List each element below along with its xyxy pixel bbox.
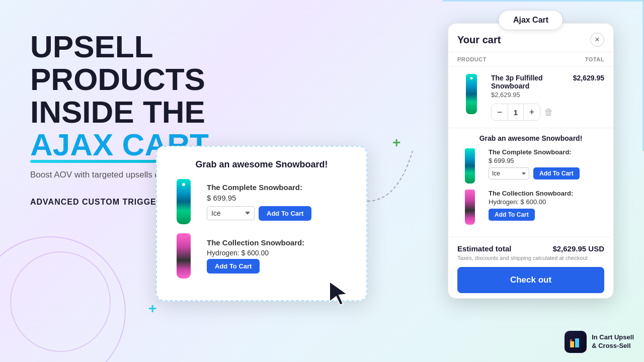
- cart-upsell-item-2: The Collection Snowboard: Hydrogen: $ 60…: [457, 190, 604, 225]
- cart-upsell-item-1-info: The Complete Snowboard: $ 699.95 Ice Hyd…: [489, 148, 604, 179]
- col-total: TOTAL: [585, 56, 604, 62]
- snowboard-pink-icon: [177, 233, 191, 279]
- cart-upsell-img-1: [457, 148, 482, 184]
- cart-upsell-item-1: The Complete Snowboard: $ 699.95 Ice Hyd…: [457, 148, 604, 184]
- ajax-cart-wrapper: Ajax Cart Your cart × PRODUCT TOTAL The …: [448, 10, 614, 306]
- popup-add-to-cart-btn-1[interactable]: Add To Cart: [259, 206, 311, 221]
- ajax-cart-title: Your cart: [457, 34, 501, 46]
- cart-item-img: [457, 74, 485, 114]
- cart-upsell-item-2-name: The Collection Snowboard:: [489, 190, 604, 197]
- bg-circle-2: [10, 251, 111, 352]
- cart-upsell-img-2: [457, 190, 482, 225]
- cart-item-details: The 3p Fulfilled Snowboard $2,629.95 − 1…: [491, 74, 567, 121]
- upsell-snowboard-pink-icon: [465, 190, 475, 225]
- popup-card-title: Grab an awesome Snowboard!: [167, 159, 356, 170]
- cart-total-row: Estimated total $2,629.95 USD: [457, 244, 604, 253]
- popup-product-1-row: Ice Hydrogen Add To Cart: [207, 206, 356, 221]
- cart-add-to-cart-btn-2[interactable]: Add To Cart: [489, 209, 535, 221]
- cart-item-price: $2,629.95: [491, 91, 567, 99]
- cart-table-header: PRODUCT TOTAL: [448, 52, 613, 67]
- upsell-snowboard-green-icon: [465, 148, 475, 184]
- cart-qty-controls: − 1 +: [491, 104, 540, 121]
- cart-item: The 3p Fulfilled Snowboard $2,629.95 − 1…: [448, 67, 613, 128]
- cart-variant-select-1[interactable]: Ice Hydrogen: [489, 167, 529, 179]
- brand-icon: [565, 331, 587, 353]
- brand-svg-icon: [568, 334, 583, 349]
- cart-upsell-item-1-row: Ice Hydrogen Add To Cart: [489, 167, 604, 179]
- cart-total-section: Estimated total $2,629.95 USD Taxes, dis…: [448, 237, 613, 298]
- cart-item-name: The 3p Fulfilled Snowboard: [491, 74, 567, 90]
- cart-upsell-item-1-price: $ 699.95: [489, 157, 604, 164]
- brand-name: In Cart Upsell& Cross-Sell: [592, 333, 634, 350]
- popup-product-1-img: [167, 179, 200, 224]
- popup-product-1-name: The Complete Snowboard:: [207, 183, 356, 192]
- cart-snowboard-green-icon: [466, 74, 477, 114]
- estimated-total-label: Estimated total: [457, 244, 512, 253]
- plus-sign-1: +: [392, 135, 400, 151]
- svg-rect-3: [570, 339, 572, 341]
- cart-upsell-item-1-name: The Complete Snowboard:: [489, 148, 604, 156]
- popup-add-to-cart-btn-2[interactable]: Add To Cart: [207, 259, 260, 274]
- ajax-cart-tab: Ajax Cart: [499, 10, 563, 30]
- svg-rect-1: [570, 341, 574, 347]
- cart-upsell-title: Grab an awesome Snowboard!: [457, 134, 604, 142]
- cart-total-note: Taxes, discounts and shipping calculated…: [457, 255, 604, 261]
- close-button[interactable]: ×: [590, 33, 604, 47]
- cart-upsell-section: Grab an awesome Snowboard! The Complete …: [448, 128, 613, 237]
- cart-add-to-cart-btn-1[interactable]: Add To Cart: [533, 167, 580, 179]
- cart-upsell-item-2-price: Hydrogen: $ 600.00: [489, 198, 604, 206]
- bg-circle-1: [0, 236, 126, 362]
- col-product: PRODUCT: [457, 56, 487, 62]
- qty-increase-btn[interactable]: +: [524, 104, 540, 120]
- popup-product-1-info: The Complete Snowboard: $ 699.95 Ice Hyd…: [207, 183, 356, 221]
- plus-sign-2: +: [148, 301, 156, 317]
- checkout-button[interactable]: Check out: [457, 267, 604, 293]
- ajax-cart-panel: Your cart × PRODUCT TOTAL The 3p Fulfill…: [448, 23, 614, 299]
- delete-item-btn[interactable]: 🗑: [544, 107, 553, 118]
- svg-rect-2: [575, 338, 579, 347]
- cart-qty-row: − 1 + 🗑: [491, 104, 567, 121]
- popup-product-2-price: Hydrogen: $ 600.00: [207, 249, 356, 257]
- popup-product-2-img: [167, 233, 200, 279]
- main-title: UPSELL PRODUCTS INSIDE THE AJAX CART: [30, 30, 312, 161]
- brand-logo: In Cart Upsell& Cross-Sell: [565, 331, 634, 353]
- popup-product-1-price: $ 699.95: [207, 194, 356, 202]
- qty-value: 1: [508, 104, 524, 120]
- cart-item-total: $2,629.95: [573, 74, 604, 82]
- popup-variant-select-1[interactable]: Ice Hydrogen: [207, 206, 255, 220]
- popup-product-2: The Collection Snowboard: Hydrogen: $ 60…: [167, 233, 356, 279]
- popup-product-2-name: The Collection Snowboard:: [207, 238, 356, 247]
- popup-product-1: The Complete Snowboard: $ 699.95 Ice Hyd…: [167, 179, 356, 224]
- popup-product-2-info: The Collection Snowboard: Hydrogen: $ 60…: [207, 238, 356, 274]
- popup-card: Grab an awesome Snowboard! The Complete …: [156, 146, 367, 301]
- estimated-total-value: $2,629.95 USD: [552, 244, 604, 253]
- qty-decrease-btn[interactable]: −: [492, 104, 508, 120]
- snowboard-green-icon: [177, 179, 191, 224]
- cart-upsell-item-2-info: The Collection Snowboard: Hydrogen: $ 60…: [489, 190, 604, 221]
